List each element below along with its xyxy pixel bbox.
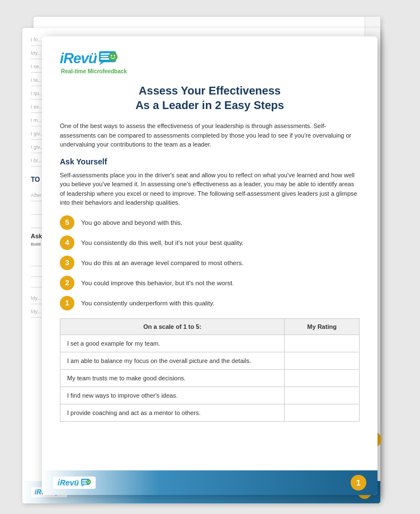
table-cell-row5: I provide coaching and act as a mentor t… — [60, 404, 285, 421]
to-label: TO — [31, 176, 40, 183]
my-row-1: My... — [31, 295, 41, 301]
logo-row: iRevü — [60, 50, 127, 67]
badge-2: 2 — [60, 276, 74, 290]
table-row: I provide coaching and act as a mentor t… — [60, 404, 360, 421]
table-cell-row4: I find new ways to improve other's ideas… — [60, 386, 285, 404]
doc-title-text: Assess Your Effectiveness As a Leader in… — [60, 83, 360, 112]
table-cell-row2: I am able to balance my focus on the ove… — [60, 352, 285, 369]
svg-marker-14 — [81, 485, 84, 487]
rating-item-5: 5 You go above and beyond with this. — [60, 215, 360, 230]
svg-rect-9 — [100, 58, 109, 60]
table-header-rating: My Rating — [285, 318, 360, 334]
svg-point-12 — [114, 55, 115, 56]
footer-chat-icon — [81, 479, 91, 487]
table-row: I set a good example for my team. — [60, 334, 360, 352]
rating-item-3: 3 You do this at an average level compar… — [60, 256, 360, 270]
table-rating-row2 — [285, 352, 360, 369]
svg-point-10 — [108, 52, 117, 61]
table-header-scale: On a scale of 1 to 5: — [60, 318, 285, 334]
bg2-line-my: My... — [31, 50, 41, 56]
svg-marker-6 — [99, 62, 104, 65]
doc-body: iRevü Real-time Microfeedback — [42, 36, 377, 470]
logo-text-group: iRevü Real-time Microfeedback — [60, 50, 127, 74]
table-rating-row1 — [285, 334, 360, 352]
table-cell-row1: I set a good example for my team. — [60, 334, 285, 352]
badge-5: 5 — [60, 215, 74, 230]
svg-point-20 — [89, 481, 90, 482]
bg2-line-m: I m... — [31, 117, 42, 123]
svg-point-18 — [87, 480, 91, 484]
ask-yourself-body: Self-assessments place you in the driver… — [60, 171, 360, 208]
rating-text-5: You go above and beyond with this. — [81, 219, 182, 226]
bg2-line-ex: I ex... — [31, 104, 43, 110]
doc-footer: iRevü 1 — [42, 470, 377, 495]
after-label: After — [31, 192, 41, 198]
footer-page-number: 1 — [351, 475, 366, 491]
intro-paragraph: One of the best ways to assess the effec… — [60, 121, 360, 149]
table-row: My team trusts me to make good decisions… — [60, 369, 360, 386]
badge-4: 4 — [60, 235, 74, 250]
badge-3: 3 — [60, 256, 74, 270]
rating-items: 5 You go above and beyond with this. 4 Y… — [60, 215, 360, 310]
logo-chat-icon — [99, 51, 118, 67]
table-cell-row3: My team trusts me to make good decisions… — [60, 369, 285, 386]
svg-rect-16 — [82, 482, 87, 483]
bg2-line-br: I br... — [31, 158, 42, 163]
bg2-line-fo: I fo... — [31, 37, 42, 43]
rating-item-1: 1 You consistently underperform with thi… — [60, 296, 360, 310]
rating-text-2: You could improve this behavior, but it'… — [81, 280, 234, 286]
footer-logo-text: iRevü — [58, 478, 79, 487]
rating-item-2: 2 You could improve this behavior, but i… — [60, 276, 360, 290]
badge-1: 1 — [60, 296, 74, 310]
table-rating-row3 — [285, 369, 360, 386]
rating-text-3: You do this at an average level compared… — [81, 260, 243, 266]
bg2-line-ta: I ta... — [31, 77, 42, 83]
rating-text-1: You consistently underperform with this … — [81, 300, 214, 306]
ask-yourself-title: Ask Yourself — [60, 157, 360, 166]
doc-title: Assess Your Effectiveness As a Leader in… — [60, 83, 360, 112]
table-row: I find new ways to improve other's ideas… — [60, 386, 360, 404]
rating-text-4: You consistently do this well, but it's … — [81, 239, 244, 246]
svg-rect-17 — [82, 483, 87, 484]
table-rating-row4 — [285, 386, 360, 404]
svg-point-19 — [87, 481, 88, 482]
logo-tagline: Real-time Microfeedback — [61, 68, 127, 74]
logo-area: iRevü Real-time Microfeedback — [60, 50, 360, 74]
rating-item-4: 4 You consistently do this well, but it'… — [60, 235, 360, 250]
svg-rect-8 — [100, 55, 108, 57]
svg-point-11 — [111, 55, 112, 56]
table-rating-row5 — [285, 404, 360, 421]
main-document: iRevü Real-time Microfeedback — [42, 36, 377, 495]
table-row: I am able to balance my focus on the ove… — [60, 352, 360, 369]
footer-logo: iRevü — [53, 477, 96, 489]
logo-name: iRevü — [60, 50, 97, 67]
assessment-table: On a scale of 1 to 5: My Rating I set a … — [60, 318, 360, 422]
bg2-line-se: I se... — [31, 64, 43, 69]
